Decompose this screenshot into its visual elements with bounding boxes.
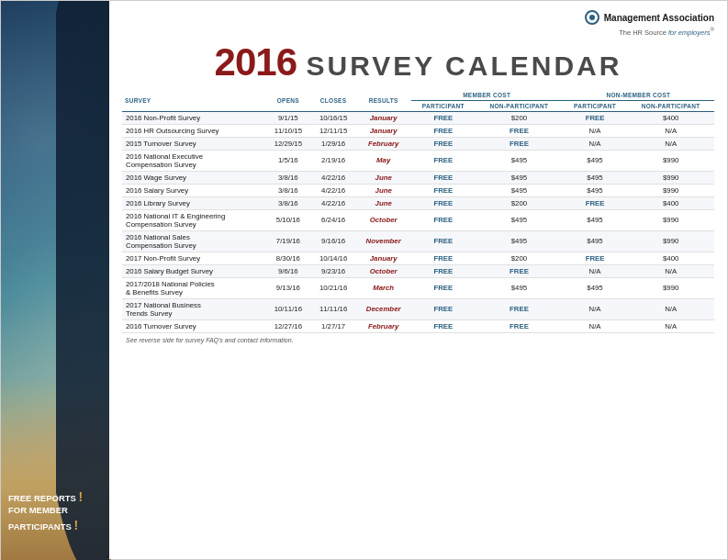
free-reports-line2: FOR MEMBER [8,505,68,515]
cost-cell: FREE [411,230,476,252]
cost-cell: FREE [563,196,628,209]
footer-note: See reverse side for survey FAQ's and co… [122,337,714,343]
cost-cell: $495 [476,150,563,171]
cost-cell: $495 [476,171,563,184]
cost-cell: N/A [563,137,628,150]
cost-cell: N/A [627,298,714,319]
left-decorative-panel: FREE REPORTS ! FOR MEMBER PARTICIPANTS ! [1,1,111,560]
results-cell: May [356,150,411,171]
cost-cell: $495 [563,230,628,252]
cost-cell: N/A [563,264,628,277]
cost-cell: FREE [411,196,476,209]
survey-name-cell: 2016 National IT & EngineeringCompensati… [122,209,265,230]
cost-cell: $495 [476,184,563,196]
table-row: 2017 Non-Profit Survey8/30/1610/14/16Jan… [122,252,714,264]
cost-cell: FREE [476,319,563,332]
survey-name-cell: 2016 HR Outsourcing Survey [122,124,265,137]
org-name: Management Association [604,13,714,23]
cost-cell: $990 [627,230,714,252]
free-reports-line1: FREE REPORTS [8,493,76,503]
cost-cell: FREE [476,298,563,319]
survey-name-cell: 2016 Turnover Survey [122,319,265,332]
col-header-opens: OPENS [265,90,310,112]
cost-cell: $400 [627,252,714,264]
cost-cell: N/A [627,264,714,277]
results-cell: October [356,264,411,277]
col-group-nonmember: NON-MEMBER COST [563,90,714,101]
cost-cell: N/A [627,124,714,137]
results-cell: October [356,209,411,230]
results-cell: February [356,319,411,332]
cost-cell: N/A [627,137,714,150]
table-row: 2016 Non-Profit Survey9/1/1510/16/15Janu… [122,111,714,124]
cost-cell: FREE [411,209,476,230]
cost-cell: FREE [411,171,476,184]
results-cell: November [356,230,411,252]
table-row: 2016 Salary Survey3/8/164/22/16JuneFREE$… [122,184,714,196]
cost-cell: $495 [476,277,563,298]
survey-name-cell: 2016 National SalesCompensation Survey [122,230,265,252]
col-header-results: RESULTS [356,90,411,112]
table-row: 2016 National SalesCompensation Survey7/… [122,230,714,252]
cost-cell: $200 [476,252,563,264]
table-row: 2016 Wage Survey3/8/164/22/16JuneFREE$49… [122,171,714,184]
cost-cell: $400 [627,111,714,124]
survey-name-cell: 2017/2018 National Policies& Benefits Su… [122,277,265,298]
results-cell: June [356,171,411,184]
survey-name-cell: 2015 Turnover Survey [122,137,265,150]
survey-name-cell: 2016 Salary Budget Survey [122,264,265,277]
cost-cell: FREE [411,111,476,124]
cost-cell: $990 [627,184,714,196]
logo-tagline: The HR Source for employers® [585,26,714,37]
logo-icon [585,10,599,25]
results-cell: January [356,252,411,264]
cost-cell: FREE [476,264,563,277]
col-header-m-np: NON-PARTICIPANT [476,100,563,111]
cost-cell: N/A [563,124,628,137]
cost-cell: N/A [563,319,628,332]
cost-cell: FREE [411,298,476,319]
cost-cell: FREE [411,319,476,332]
cost-cell: FREE [411,137,476,150]
cost-cell: $495 [563,171,628,184]
results-cell: June [356,184,411,196]
cost-cell: $495 [563,209,628,230]
cost-cell: FREE [411,124,476,137]
cost-cell: $495 [476,230,563,252]
results-cell: January [356,111,411,124]
cost-cell: $200 [476,111,563,124]
table-row: 2015 Turnover Survey12/29/151/29/16Febru… [122,137,714,150]
cost-cell: FREE [411,252,476,264]
cost-cell: $200 [476,196,563,209]
exclamation-icon: ! [79,489,84,504]
survey-name-cell: 2016 Salary Survey [122,184,265,196]
cost-cell: $495 [563,184,628,196]
table-row: 2016 National IT & EngineeringCompensati… [122,209,714,230]
cost-cell: FREE [476,137,563,150]
cost-cell: FREE [411,264,476,277]
cost-cell: FREE [411,277,476,298]
col-header-m-p: PARTICIPANT [411,100,476,111]
survey-name-cell: 2016 Wage Survey [122,171,265,184]
results-cell: February [356,137,411,150]
cost-cell: $495 [476,209,563,230]
cost-cell: FREE [563,111,628,124]
tagline-sup: ® [710,26,714,32]
survey-name-cell: 2016 Library Survey [122,196,265,209]
title-text: SURVEY CALENDAR [306,50,622,81]
cost-cell: $990 [627,171,714,184]
survey-name-cell: 2016 Non-Profit Survey [122,111,265,124]
page-container: FREE REPORTS ! FOR MEMBER PARTICIPANTS !… [0,0,728,560]
survey-name-cell: 2017 National BusinessTrends Survey [122,298,265,319]
results-cell: December [356,298,411,319]
cost-cell: $990 [627,209,714,230]
title-year: 2016 [215,40,297,84]
cost-cell: $495 [563,150,628,171]
results-cell: June [356,196,411,209]
table-row: 2017/2018 National Policies& Benefits Su… [122,277,714,298]
table-row: 2016 National ExecutiveCompensation Surv… [122,150,714,171]
panel-background [1,1,111,560]
free-reports-line3: PARTICIPANTS [8,521,72,532]
cost-cell: FREE [411,184,476,196]
cost-cell: $495 [563,277,628,298]
